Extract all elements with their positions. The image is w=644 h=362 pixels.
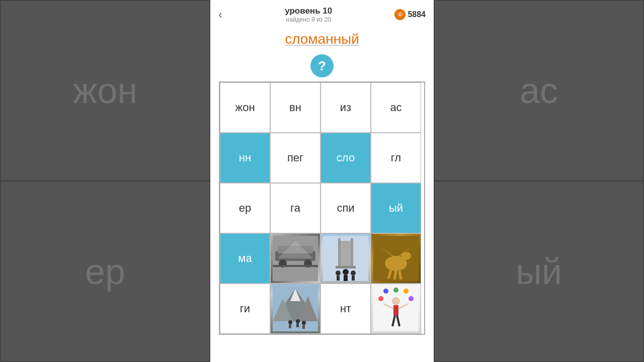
cell-2-2[interactable]: пег — [270, 133, 320, 183]
svg-point-48 — [409, 296, 414, 301]
cell-1-2[interactable]: вн — [270, 82, 320, 133]
svg-rect-34 — [296, 323, 299, 327]
svg-point-16 — [351, 270, 356, 276]
level-title: уровень 10 — [285, 6, 332, 16]
cell-5-3[interactable]: нт — [320, 284, 371, 334]
cell-5-1[interactable]: ги — [220, 284, 270, 334]
svg-rect-36 — [302, 325, 305, 329]
svg-rect-9 — [338, 238, 341, 266]
svg-rect-15 — [344, 275, 348, 281]
cell-1-1[interactable]: жон — [220, 82, 270, 133]
svg-line-24 — [394, 271, 396, 280]
svg-line-25 — [399, 271, 401, 280]
back-button[interactable]: ‹ — [218, 8, 222, 22]
level-info: уровень 10 найдено 9 из 20 — [285, 6, 332, 23]
header: ‹ уровень 10 найдено 9 из 20 © 5884 — [210, 0, 434, 27]
coin-icon: © — [394, 9, 406, 20]
cell-2-1[interactable]: нн — [220, 133, 270, 183]
cell-3-4[interactable]: ый — [371, 183, 421, 233]
cell-4-1[interactable]: ма — [220, 233, 270, 284]
bg-top-left: жон — [0, 0, 210, 181]
svg-point-35 — [302, 321, 306, 325]
grid-row-5: ги — [220, 284, 424, 334]
grid-row-1: жон вн из ас — [220, 82, 424, 133]
cell-3-3[interactable]: спи — [320, 183, 371, 233]
svg-rect-11 — [336, 266, 356, 268]
grid-row-4: ма — [220, 233, 424, 284]
cell-2-3[interactable]: сло — [320, 133, 371, 183]
cell-2-4[interactable]: гл — [371, 133, 421, 183]
main-panel: ‹ уровень 10 найдено 9 из 20 © 5884 слом… — [210, 0, 434, 362]
svg-rect-32 — [289, 324, 291, 328]
word-display: сломанный — [220, 31, 424, 47]
svg-point-14 — [343, 269, 349, 275]
cell-3-2[interactable]: га — [270, 183, 320, 233]
cell-4-2-train[interactable] — [270, 233, 320, 284]
cell-1-4[interactable]: ас — [371, 82, 421, 133]
hint-button[interactable]: ? — [310, 54, 334, 77]
word-grid: жон вн из ас нн пег сло гл ер га спи ый … — [219, 81, 425, 335]
svg-rect-17 — [352, 276, 355, 281]
svg-point-38 — [392, 297, 400, 305]
found-label: найдено 9 из 20 — [285, 16, 332, 23]
bg-mid-right: ый — [434, 181, 644, 362]
svg-point-47 — [404, 289, 409, 294]
svg-point-12 — [336, 270, 341, 276]
svg-rect-10 — [351, 238, 353, 266]
cell-4-3-tower[interactable] — [320, 233, 371, 284]
word-section: сломанный — [210, 27, 434, 49]
cell-3-1[interactable]: ер — [220, 183, 270, 233]
grid-row-2: нн пег сло гл — [220, 133, 424, 183]
coin-count: 5884 — [408, 10, 426, 19]
svg-point-20 — [401, 252, 411, 260]
svg-rect-13 — [337, 276, 340, 281]
svg-rect-39 — [393, 305, 398, 315]
coins-display: © 5884 — [394, 9, 426, 20]
cell-5-4-juggler[interactable] — [371, 284, 421, 334]
cell-1-3[interactable]: из — [320, 82, 371, 133]
bg-mid-left: ер — [0, 181, 210, 362]
svg-point-45 — [383, 289, 388, 294]
grid-row-3: ер га спи ый — [220, 183, 424, 233]
cell-4-4-pegasus[interactable] — [371, 233, 421, 284]
svg-rect-8 — [341, 241, 351, 266]
svg-point-46 — [393, 288, 398, 293]
bg-top-right: ас — [434, 0, 644, 181]
svg-point-31 — [288, 320, 292, 324]
svg-point-44 — [378, 296, 383, 301]
svg-point-33 — [296, 319, 300, 323]
cell-5-2-mountain[interactable] — [270, 284, 320, 334]
